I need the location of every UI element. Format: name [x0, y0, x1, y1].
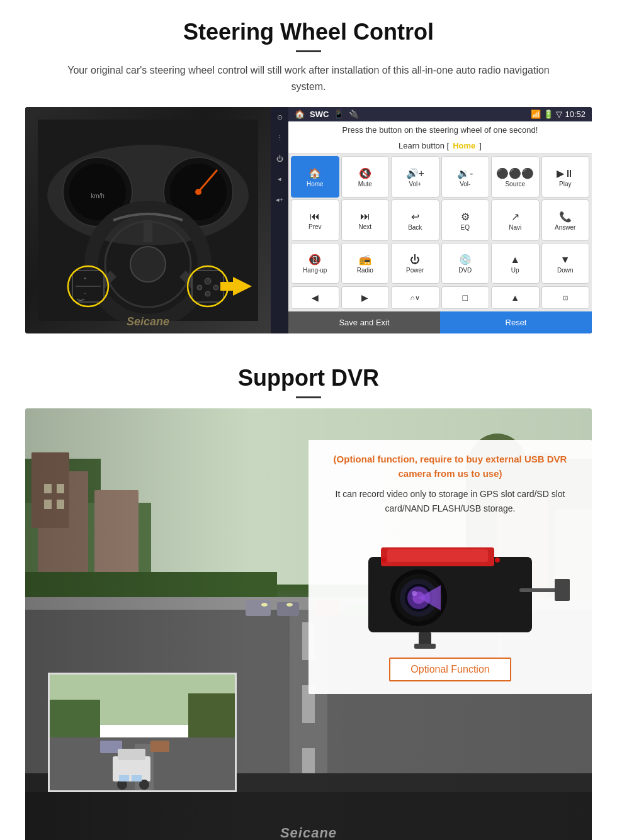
- arrow-up2-btn[interactable]: ▲: [491, 286, 540, 309]
- optional-function-label: Optional Function: [410, 664, 489, 675]
- swc-title: Steering Wheel Control: [25, 19, 592, 45]
- svg-text:km/h: km/h: [91, 193, 105, 199]
- svg-rect-92: [119, 775, 129, 781]
- dvr-divider: [296, 396, 321, 398]
- dvr-inset-svg: [50, 675, 237, 792]
- svg-point-20: [197, 285, 202, 290]
- side-icon-search: ⊙: [277, 113, 283, 121]
- swc-btn-power[interactable]: ⏻ Power: [391, 243, 439, 284]
- mute-btn-icon: 🔇: [359, 167, 371, 179]
- learn-label: Learn button [: [399, 141, 449, 150]
- wifi-icon: ▽: [556, 109, 562, 119]
- side-icon-vol2: ◂+: [276, 196, 283, 204]
- side-icon-menu: ⋮: [276, 134, 283, 142]
- svg-rect-87: [150, 741, 169, 752]
- side-icon-vol: ◂: [278, 175, 281, 183]
- voldown-btn-icon: 🔉-: [457, 167, 473, 179]
- swc-btn-home[interactable]: 🏠 Home: [291, 156, 339, 198]
- swc-btn-source[interactable]: ⚫⚫⚫ Source: [491, 156, 540, 198]
- up-btn-label: Up: [511, 267, 519, 274]
- arrow-square-btn[interactable]: □: [441, 286, 490, 309]
- swc-btn-answer[interactable]: 📞 Answer: [541, 199, 590, 241]
- signal-icon: 📶: [531, 109, 541, 119]
- svg-text:+: +: [84, 276, 87, 281]
- swc-btn-eq[interactable]: ⚙ EQ: [441, 199, 490, 241]
- reset-button[interactable]: Reset: [440, 311, 592, 333]
- navi-btn-label: Navi: [509, 224, 521, 231]
- swc-btn-voldown[interactable]: 🔉- Vol-: [441, 156, 490, 198]
- swc-btn-dvd[interactable]: 💿 DVD: [441, 243, 490, 284]
- home-function-label: Home: [453, 141, 475, 150]
- swc-image-container: km/h: [25, 107, 592, 333]
- swc-learn-row: Learn button [ Home ]: [288, 138, 592, 154]
- svg-point-73: [412, 591, 417, 596]
- save-exit-button[interactable]: Save and Exit: [288, 311, 440, 333]
- swc-steering-photo: km/h: [25, 107, 271, 333]
- swc-btn-down[interactable]: ▼ Down: [541, 243, 590, 284]
- svg-rect-93: [132, 775, 142, 781]
- home-btn-label: Home: [307, 181, 324, 188]
- swc-status-message: Press the button on the steering wheel o…: [288, 121, 592, 138]
- swc-action-bar: Save and Exit Reset: [288, 311, 592, 333]
- swc-btn-prev[interactable]: ⏮ Prev: [291, 199, 339, 241]
- dvr-info-body: It can record video only to storage in G…: [322, 487, 578, 515]
- answer-btn-icon: 📞: [559, 211, 572, 223]
- svg-rect-75: [519, 588, 557, 592]
- hangup-btn-label: Hang-up: [303, 267, 327, 274]
- swc-btn-navi[interactable]: ↗ Navi: [491, 199, 540, 241]
- arrow-left-btn[interactable]: ◀: [291, 286, 339, 309]
- source-btn-icon: ⚫⚫⚫: [496, 167, 534, 179]
- eq-btn-icon: ⚙: [461, 211, 470, 223]
- answer-btn-label: Answer: [555, 224, 575, 231]
- swc-btn-play[interactable]: ▶⏸ Play: [541, 156, 590, 198]
- prev-btn-icon: ⏮: [310, 211, 320, 222]
- swc-btn-next[interactable]: ⏭ Next: [341, 199, 390, 241]
- prev-btn-label: Prev: [308, 223, 322, 230]
- swc-btn-back[interactable]: ↩ Back: [391, 199, 439, 241]
- dvr-image-container: (Optional function, require to buy exter…: [25, 408, 592, 840]
- arrow-wave-btn[interactable]: ∩∨: [391, 286, 439, 309]
- next-btn-label: Next: [358, 223, 371, 230]
- dvr-inset-screen: [48, 673, 237, 792]
- mute-btn-label: Mute: [358, 181, 372, 188]
- home-btn-icon: 🏠: [308, 167, 321, 179]
- dvr-info-panel: (Optional function, require to buy exter…: [308, 440, 592, 694]
- volup-btn-icon: 🔊+: [406, 167, 424, 179]
- swc-subtitle: Your original car's steering wheel contr…: [50, 62, 567, 94]
- svg-rect-66: [387, 549, 488, 562]
- svg-point-19: [205, 278, 211, 284]
- dvd-btn-label: DVD: [458, 267, 472, 274]
- dvr-title: Support DVR: [25, 365, 592, 391]
- swc-topbar-left: 🏠 SWC 📱 🔌: [295, 109, 359, 119]
- svg-text:-: -: [84, 290, 86, 296]
- down-btn-icon: ▼: [560, 254, 570, 266]
- svg-point-13: [130, 247, 166, 282]
- swc-btn-up[interactable]: ▲ Up: [491, 243, 540, 284]
- swc-topbar: 🏠 SWC 📱 🔌 📶 🔋 ▽ 10:52: [288, 107, 592, 121]
- home-icon-topbar: 🏠: [295, 109, 305, 119]
- swc-divider: [296, 50, 321, 52]
- svg-point-80: [495, 557, 500, 563]
- swc-ui-panel: 🏠 SWC 📱 🔌 📶 🔋 ▽ 10:52 Press the button o…: [288, 107, 592, 333]
- navi-btn-icon: ↗: [511, 211, 519, 223]
- radio-btn-icon: 📻: [359, 254, 371, 266]
- svg-point-7: [195, 189, 201, 195]
- eq-btn-label: EQ: [461, 224, 470, 231]
- swc-btn-hangup[interactable]: 📵 Hang-up: [291, 243, 339, 284]
- steering-wheel-svg: km/h: [38, 120, 258, 321]
- swc-btn-radio[interactable]: 📻 Radio: [341, 243, 390, 284]
- svg-rect-89: [118, 749, 145, 760]
- battery-icon: 🔋: [543, 109, 553, 119]
- down-btn-label: Down: [557, 267, 574, 274]
- svg-rect-76: [555, 579, 570, 601]
- arrow-right-btn[interactable]: ▶: [341, 286, 390, 309]
- swc-btn-volup[interactable]: 🔊+ Vol+: [391, 156, 439, 198]
- dvr-camera-illustration: [331, 525, 570, 651]
- swc-btn-mute[interactable]: 🔇 Mute: [341, 156, 390, 198]
- swc-section: Steering Wheel Control Your original car…: [0, 0, 617, 346]
- back-btn-label: Back: [408, 224, 422, 231]
- side-icon-power: ⏻: [276, 155, 283, 162]
- optional-function-badge: Optional Function: [389, 658, 511, 681]
- power-btn-label: Power: [406, 267, 424, 274]
- arrow-grid-btn[interactable]: ⊡: [541, 286, 590, 309]
